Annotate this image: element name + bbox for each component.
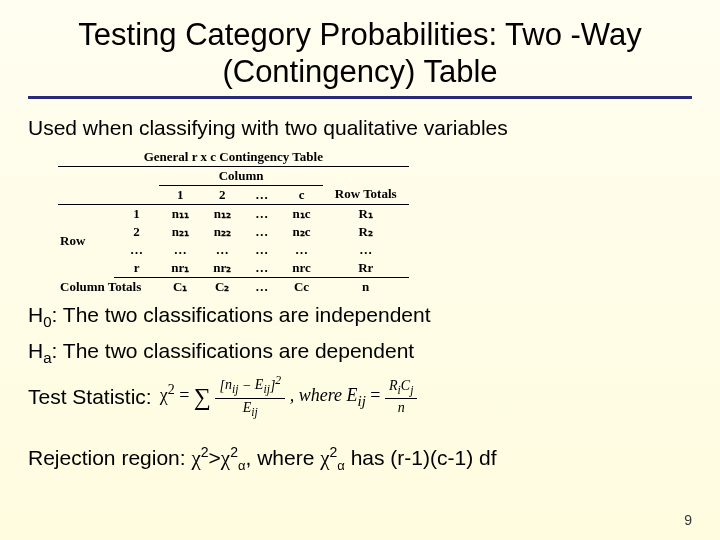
cell: … — [201, 241, 243, 259]
ha-text: : The two classifications are dependent — [52, 339, 415, 362]
col-head: c — [280, 185, 323, 204]
h0-sub: 0 — [43, 313, 51, 330]
col-total: C₂ — [201, 277, 243, 296]
cell: n₂c — [280, 223, 323, 241]
test-stat-label: Test Statistic: — [28, 384, 152, 410]
alpha-sub: α — [337, 458, 345, 473]
cell: n₂₁ — [159, 223, 201, 241]
cell: n₂₂ — [201, 223, 243, 241]
cell: nrc — [280, 259, 323, 278]
row-num: … — [114, 241, 160, 259]
cell: … — [243, 241, 280, 259]
rej-tail: has (r-1)(c-1) df — [345, 446, 497, 469]
chi-sup: 2 — [230, 444, 238, 460]
contingency-table: General r x c Contingency Table Column 1… — [58, 148, 692, 296]
col-total: Cc — [280, 277, 323, 296]
cell: … — [243, 259, 280, 278]
grand-total: n — [323, 277, 409, 296]
page-title: Testing Category Probabilities: Two -Way… — [28, 16, 692, 90]
h0-text: : The two classifications are independen… — [52, 303, 431, 326]
rejection-region: Rejection region: χ2>χ2α, where χ2α has … — [28, 444, 692, 474]
row-total: … — [323, 241, 409, 259]
row-num: 2 — [114, 223, 160, 241]
col-totals-label: Column Totals — [58, 277, 159, 296]
row-total: Rr — [323, 259, 409, 278]
page-number: 9 — [684, 512, 692, 528]
rejection-prefix: Rejection region: — [28, 446, 191, 469]
h0-label: H — [28, 303, 43, 326]
col-total: … — [243, 277, 280, 296]
chi-square-formula: χ2 = ∑ [nij − Eij]2 Eij , where Eij = Ri… — [160, 374, 418, 420]
cell: … — [159, 241, 201, 259]
title-divider — [28, 96, 692, 99]
test-statistic: Test Statistic: χ2 = ∑ [nij − Eij]2 Eij … — [28, 374, 692, 420]
column-group: Column — [159, 166, 323, 185]
cell: … — [243, 223, 280, 241]
ha: Ha: The two classifications are dependen… — [28, 338, 692, 368]
row-total: R₁ — [323, 204, 409, 223]
col-total: C₁ — [159, 277, 201, 296]
cell: … — [243, 204, 280, 223]
chi-sup: 2 — [201, 444, 209, 460]
cell: nr₁ — [159, 259, 201, 278]
cell: n₁₂ — [201, 204, 243, 223]
col-head: 2 — [201, 185, 243, 204]
row-totals-head: Row Totals — [323, 185, 409, 204]
gt: > — [209, 446, 221, 469]
col-head: 1 — [159, 185, 201, 204]
ha-sub: a — [43, 349, 51, 366]
h0: H0: The two classifications are independ… — [28, 302, 692, 332]
table-caption: General r x c Contingency Table — [58, 148, 409, 167]
chi-symbol: χ — [221, 446, 230, 470]
row-total: R₂ — [323, 223, 409, 241]
rej-mid: , where — [245, 446, 320, 469]
cell: n₁c — [280, 204, 323, 223]
cell: n₁₁ — [159, 204, 201, 223]
row-num: 1 — [114, 204, 160, 223]
col-head: … — [243, 185, 280, 204]
row-num: r — [114, 259, 160, 278]
ha-label: H — [28, 339, 43, 362]
cell: nr₂ — [201, 259, 243, 278]
chi-symbol: χ — [191, 446, 200, 470]
row-label: Row — [58, 204, 114, 277]
intro-text: Used when classifying with two qualitati… — [28, 115, 692, 141]
chi-symbol: χ — [320, 446, 329, 470]
cell: … — [280, 241, 323, 259]
